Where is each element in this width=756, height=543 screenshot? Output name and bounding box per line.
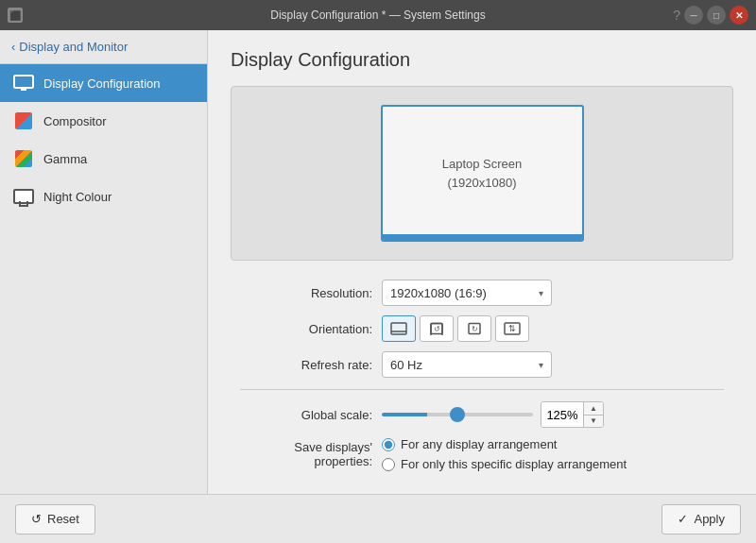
scale-row: Global scale: 125% ▲ ▼	[240, 401, 724, 428]
resolution-value: 1920x1080 (16:9)	[390, 286, 487, 300]
sidebar-item-night-colour[interactable]: Night Colour	[0, 178, 207, 215]
slider-container: 125% ▲ ▼	[382, 401, 604, 428]
refresh-label: Refresh rate:	[240, 358, 382, 372]
reset-label: Reset	[47, 512, 79, 526]
gamma-icon	[13, 148, 34, 169]
resolution-row: Resolution: 1920x1080 (16:9) ▾	[240, 280, 724, 306]
night-colour-icon	[13, 186, 34, 207]
radio-specific-input[interactable]	[382, 458, 395, 471]
scale-spinners: ▲ ▼	[583, 402, 603, 427]
titlebar-left: ⬛	[8, 8, 23, 23]
scale-label: Global scale:	[240, 408, 382, 422]
minimize-button[interactable]: ─	[684, 6, 703, 25]
radio-any-row[interactable]: For any display arrangement	[382, 437, 627, 451]
orient-flip-button[interactable]: ⇅	[495, 315, 529, 342]
sidebar-back[interactable]: ‹ Display and Monitor	[0, 30, 207, 64]
settings-form: Resolution: 1920x1080 (16:9) ▾ Orientati…	[231, 280, 733, 471]
monitor-name: Laptop Screen	[442, 155, 523, 174]
sidebar-item-label-night-colour: Night Colour	[43, 190, 112, 204]
page-title: Display Configuration	[231, 49, 733, 71]
apply-checkmark-icon: ✓	[678, 512, 688, 526]
monitor-preview: Laptop Screen (1920x1080)	[231, 86, 733, 261]
save-props-control: For any display arrangement For only thi…	[382, 437, 724, 471]
radio-any-input[interactable]	[382, 438, 395, 451]
scale-input[interactable]: 125%	[541, 402, 583, 427]
sidebar-item-label-compositor: Compositor	[43, 114, 106, 128]
orient-rotate-cw-button[interactable]: ↻	[457, 315, 491, 342]
dropdown-arrow-icon: ▾	[539, 288, 543, 298]
scale-slider[interactable]	[382, 413, 533, 416]
sidebar-back-label: Display and Monitor	[19, 40, 128, 54]
svg-text:↺: ↺	[434, 325, 440, 333]
radio-specific-row[interactable]: For only this specific display arrangeme…	[382, 457, 627, 471]
titlebar-controls: ? ─ □ ✕	[673, 6, 748, 25]
sidebar-item-gamma[interactable]: Gamma	[0, 140, 207, 178]
apply-button[interactable]: ✓ Apply	[662, 504, 741, 535]
main-window: ‹ Display and Monitor Display Configurat…	[0, 30, 756, 543]
resolution-control: 1920x1080 (16:9) ▾	[382, 280, 724, 306]
sidebar-item-display-config[interactable]: Display Configuration	[0, 64, 207, 102]
orientation-label: Orientation:	[240, 322, 382, 336]
sidebar: ‹ Display and Monitor Display Configurat…	[0, 30, 208, 494]
display-config-icon	[13, 73, 34, 93]
svg-rect-2	[391, 323, 406, 334]
help-icon[interactable]: ?	[673, 8, 680, 23]
save-props-label: Save displays' properties:	[240, 440, 382, 468]
monitor-label: Laptop Screen (1920x1080)	[442, 155, 523, 192]
radio-any-label: For any display arrangement	[401, 437, 557, 451]
refresh-value: 60 Hz	[390, 358, 422, 372]
resolution-label: Resolution:	[240, 286, 382, 300]
orientation-row: Orientation:	[240, 315, 724, 342]
scale-down-button[interactable]: ▼	[584, 416, 603, 428]
svg-text:↻: ↻	[472, 325, 478, 333]
svg-rect-0	[14, 76, 33, 88]
refresh-control: 60 Hz ▾	[382, 351, 724, 378]
reset-button[interactable]: ↺ Reset	[15, 504, 95, 535]
sidebar-item-label-display-config: Display Configuration	[43, 76, 161, 91]
radio-specific-label: For only this specific display arrangeme…	[401, 457, 627, 471]
apply-label: Apply	[694, 512, 725, 526]
refresh-dropdown-arrow-icon: ▾	[539, 360, 543, 370]
radio-group: For any display arrangement For only thi…	[382, 437, 627, 471]
back-chevron-icon: ‹	[11, 40, 15, 54]
app-icon: ⬛	[8, 8, 23, 23]
scale-control: 125% ▲ ▼	[382, 401, 724, 428]
sidebar-item-label-gamma: Gamma	[43, 152, 87, 166]
compositor-icon	[13, 110, 34, 131]
orient-rotate-ccw-button[interactable]: ↺	[420, 315, 454, 342]
sidebar-item-compositor[interactable]: Compositor	[0, 102, 207, 140]
main-content: Display Configuration Laptop Screen (192…	[208, 30, 756, 494]
orientation-group: ↺ ↻	[382, 315, 529, 342]
save-props-row: Save displays' properties: For any displ…	[240, 437, 724, 471]
scale-up-button[interactable]: ▲	[584, 402, 603, 416]
svg-text:⇅: ⇅	[508, 324, 516, 333]
maximize-button[interactable]: □	[707, 6, 726, 25]
scale-input-wrapper: 125% ▲ ▼	[541, 401, 604, 428]
bottom-toolbar: ↺ Reset ✓ Apply	[0, 494, 756, 543]
monitor-box[interactable]: Laptop Screen (1920x1080)	[381, 105, 584, 242]
monitor-resolution: (1920x1080)	[442, 174, 523, 193]
content-area: ‹ Display and Monitor Display Configurat…	[0, 30, 756, 494]
titlebar-title: Display Configuration * — System Setting…	[0, 8, 756, 22]
resolution-dropdown[interactable]: 1920x1080 (16:9) ▾	[382, 280, 552, 306]
reset-icon: ↺	[31, 512, 42, 526]
orient-normal-button[interactable]	[382, 315, 416, 342]
svg-rect-1	[21, 88, 26, 91]
orientation-control: ↺ ↻	[382, 315, 724, 342]
close-button[interactable]: ✕	[730, 6, 748, 25]
refresh-row: Refresh rate: 60 Hz ▾	[240, 351, 724, 378]
titlebar: ⬛ Display Configuration * — System Setti…	[0, 0, 756, 30]
refresh-dropdown[interactable]: 60 Hz ▾	[382, 351, 552, 378]
divider	[240, 389, 724, 390]
